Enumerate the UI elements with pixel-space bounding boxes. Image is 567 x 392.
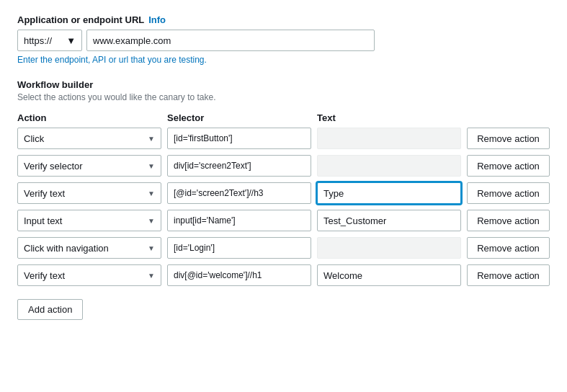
url-section: Application or endpoint URL Info https:/… [17, 14, 550, 65]
action-label-3: Input text [24, 215, 62, 226]
remove-action-button-4[interactable]: Remove action [467, 237, 550, 259]
action-row: Verify text▼Remove action [17, 182, 550, 204]
action-row: Verify text▼Remove action [17, 264, 550, 286]
action-label-0: Click [24, 133, 44, 144]
info-link[interactable]: Info [148, 14, 166, 25]
url-hint: Enter the endpoint, API or url that you … [17, 55, 550, 65]
selector-input-3[interactable] [167, 210, 311, 231]
action-row: Input text▼Remove action [17, 210, 550, 231]
action-dropdown-2[interactable]: Verify text▼ [17, 182, 161, 204]
protocol-chevron-icon: ▼ [66, 35, 76, 46]
selector-input-5[interactable] [167, 264, 311, 286]
text-input-5[interactable] [317, 264, 461, 286]
text-input-2[interactable] [317, 182, 461, 204]
remove-action-button-2[interactable]: Remove action [467, 182, 550, 204]
text-input-3[interactable] [317, 210, 461, 231]
add-action-button[interactable]: Add action [17, 299, 83, 320]
action-label-2: Verify text [24, 188, 65, 199]
action-dropdown-1[interactable]: Verify selector▼ [17, 155, 161, 177]
protocol-dropdown[interactable]: https:// ▼ [17, 30, 82, 51]
workflow-title: Workflow builder [17, 79, 550, 90]
action-label-4: Click with navigation [24, 243, 109, 254]
selector-input-1[interactable] [167, 155, 311, 177]
action-chevron-icon: ▼ [148, 217, 155, 225]
col-text-header: Text [317, 112, 461, 123]
url-section-title: Application or endpoint URL Info [17, 14, 550, 25]
remove-action-button-1[interactable]: Remove action [467, 155, 550, 177]
action-chevron-icon: ▼ [148, 162, 155, 170]
workflow-subtitle: Select the actions you would like the ca… [17, 92, 550, 102]
selector-input-4[interactable] [167, 237, 311, 259]
action-row: Click▼Remove action [17, 128, 550, 149]
text-input-disabled-1 [317, 155, 461, 177]
action-dropdown-4[interactable]: Click with navigation▼ [17, 237, 161, 259]
remove-action-button-5[interactable]: Remove action [467, 264, 550, 286]
text-input-disabled-0 [317, 128, 461, 149]
action-dropdown-5[interactable]: Verify text▼ [17, 264, 161, 286]
col-action-header: Action [17, 112, 161, 123]
text-input-disabled-4 [317, 237, 461, 259]
action-dropdown-0[interactable]: Click▼ [17, 128, 161, 149]
action-chevron-icon: ▼ [148, 135, 155, 143]
remove-action-button-0[interactable]: Remove action [467, 128, 550, 149]
action-row: Verify selector▼Remove action [17, 155, 550, 177]
selector-input-2[interactable] [167, 182, 311, 204]
url-title-label: Application or endpoint URL [17, 14, 144, 25]
col-selector-header: Selector [167, 112, 311, 123]
action-chevron-icon: ▼ [148, 272, 155, 280]
table-header: Action Selector Text [17, 112, 550, 128]
url-input[interactable] [86, 30, 375, 51]
action-chevron-icon: ▼ [148, 190, 155, 197]
url-row: https:// ▼ [17, 30, 550, 51]
action-label-1: Verify selector [24, 161, 83, 172]
action-dropdown-3[interactable]: Input text▼ [17, 210, 161, 231]
action-chevron-icon: ▼ [148, 244, 155, 252]
selector-input-0[interactable] [167, 128, 311, 149]
actions-container: Click▼Remove actionVerify selector▼Remov… [17, 128, 550, 286]
remove-action-button-3[interactable]: Remove action [467, 210, 550, 231]
workflow-section: Workflow builder Select the actions you … [17, 79, 550, 320]
action-label-5: Verify text [24, 270, 65, 281]
protocol-value: https:// [24, 35, 52, 46]
action-row: Click with navigation▼Remove action [17, 237, 550, 259]
